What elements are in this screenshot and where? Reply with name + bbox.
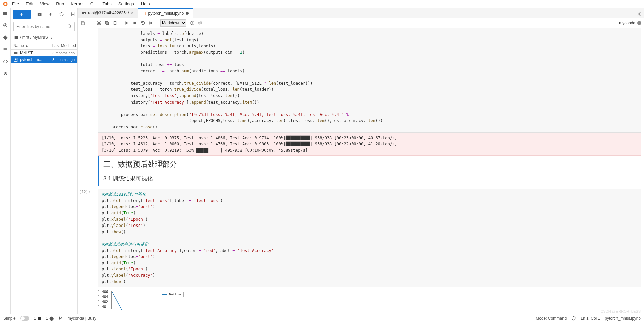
git-icon[interactable] [3, 35, 8, 40]
kernel-busy-icon [637, 21, 641, 25]
target-icon[interactable] [3, 23, 8, 28]
svg-rect-11 [105, 21, 108, 24]
filename-label: pytorch_mnist.ipynb [605, 316, 641, 321]
copy-icon[interactable] [105, 21, 109, 25]
paste-icon[interactable] [113, 21, 117, 25]
menu-kernel[interactable]: Kernel [71, 1, 84, 6]
folder-icon[interactable] [3, 11, 8, 16]
tab-terminal[interactable]: root@317a4b422635: / × [78, 8, 138, 18]
kernel-status: myconda | Busy [68, 316, 96, 321]
chart-legend: Test Loss [160, 292, 184, 297]
file-browser: + / mnt / MyMNIST / Name ▲ Last Modified… [11, 8, 78, 314]
plot-area: Test Loss [111, 291, 185, 309]
cell-prompt: [12]: [79, 189, 90, 195]
save-icon[interactable] [80, 21, 85, 25]
code-icon[interactable] [3, 59, 8, 64]
notebook-icon [13, 57, 18, 62]
svg-point-17 [639, 13, 640, 15]
file-list: MNIST 3 months ago pytorch_m... 3 months… [11, 50, 77, 314]
menu-view[interactable]: View [40, 1, 49, 6]
menu-edit[interactable]: Edit [26, 1, 33, 6]
terminal-icon [82, 11, 86, 15]
y-axis-ticks: 1.486 1.484 1.482 1.48 [98, 290, 108, 310]
mode-label: Mode: Command [536, 316, 567, 321]
menu-git[interactable]: Git [90, 1, 96, 6]
folder-icon [13, 51, 18, 55]
tab-bar: root@317a4b422635: / × pytorch_mnist.ipy… [78, 8, 644, 18]
svg-rect-10 [106, 22, 109, 24]
svg-rect-18 [38, 317, 41, 320]
menu-file[interactable]: File [12, 1, 19, 6]
jupyter-logo [3, 1, 8, 7]
gear-icon[interactable] [637, 11, 642, 17]
stop-icon[interactable] [132, 21, 137, 25]
celltype-select[interactable]: Markdown [160, 19, 186, 27]
svg-rect-5 [82, 12, 86, 14]
git-pull-icon[interactable] [70, 12, 75, 17]
file-row-notebook[interactable]: pytorch_m... 3 months ago [11, 56, 77, 63]
upload-icon[interactable] [48, 12, 53, 17]
watermark: CSDN @ERROR_LESS [601, 309, 641, 313]
menu-tabs[interactable]: Tabs [102, 1, 111, 6]
new-launcher-button[interactable]: + [13, 10, 31, 19]
svg-point-0 [3, 2, 7, 6]
chart-output: 1.486 1.484 1.482 1.48 Test Loss [98, 290, 641, 310]
notebook-body[interactable]: labels = labels.to(device) outputs = net… [78, 28, 644, 314]
breadcrumb[interactable]: / mnt / MyMNIST / [11, 33, 77, 42]
add-cell-icon[interactable] [89, 21, 93, 25]
code-cell-partial[interactable]: labels = labels.to(device) outputs = net… [98, 28, 641, 133]
refresh-icon[interactable] [59, 12, 64, 17]
svg-point-3 [68, 25, 71, 27]
svg-rect-6 [143, 12, 146, 15]
notebook-icon [142, 11, 146, 15]
list-icon[interactable] [3, 47, 8, 52]
markdown-cell[interactable]: 三、数据预后处理部分 3.1 训练结果可视化 [98, 156, 641, 186]
notebook-toolbar: Markdown git myconda [78, 18, 644, 28]
main-content: root@317a4b422635: / × pytorch_mnist.ipy… [78, 8, 644, 314]
file-row-folder[interactable]: MNIST 3 months ago [11, 50, 77, 56]
clock-icon[interactable] [190, 21, 195, 25]
run-icon[interactable] [124, 21, 129, 25]
cursor-position: Ln 1, Col 1 [581, 316, 600, 321]
extension-icon[interactable] [3, 71, 8, 76]
svg-rect-14 [134, 22, 136, 24]
menu-run[interactable]: Run [56, 1, 64, 6]
menu-bar: File Edit View Run Kernel Git Tabs Setti… [0, 0, 644, 8]
filter-input[interactable] [13, 22, 75, 31]
new-folder-icon[interactable] [37, 12, 42, 17]
cut-icon[interactable] [97, 21, 101, 25]
search-icon [67, 24, 72, 29]
folder-icon [14, 35, 19, 40]
svg-point-19 [59, 317, 60, 317]
svg-point-2 [5, 25, 6, 26]
tab-notebook[interactable]: pytorch_mnist.ipynb [138, 8, 193, 18]
file-list-header: Name ▲ Last Modified [11, 42, 77, 50]
menu-help[interactable]: Help [141, 1, 150, 6]
close-icon[interactable]: × [131, 10, 134, 15]
kernels-count[interactable]: 1 ⬤ [46, 316, 54, 321]
terminals-count[interactable]: 1 [34, 316, 41, 321]
kernel-indicator[interactable]: myconda [619, 21, 641, 25]
svg-line-16 [112, 291, 122, 310]
run-all-icon[interactable] [149, 21, 153, 25]
simple-label: Simple [3, 316, 16, 321]
svg-point-21 [61, 317, 62, 317]
simple-toggle[interactable] [20, 316, 29, 321]
unsaved-dot-icon [186, 12, 189, 15]
menu-settings[interactable]: Settings [118, 1, 134, 6]
cell-output: [1/10] Loss: 1.5223, Acc: 0.9375, Test L… [98, 133, 641, 156]
section-heading: 三、数据预后处理部分 [103, 159, 641, 169]
code-cell-12[interactable]: #对测试Loss进行可视化 plt.plot(history['Test Los… [98, 189, 641, 287]
subsection-heading: 3.1 训练结果可视化 [103, 175, 641, 182]
restart-icon[interactable] [141, 21, 145, 25]
status-bar: Simple 1 1 ⬤ myconda | Busy Mode: Comman… [0, 314, 644, 322]
activity-bar [0, 8, 11, 314]
git-label: git [198, 21, 202, 25]
shield-icon[interactable] [571, 316, 576, 321]
git-branch-icon[interactable] [58, 316, 63, 321]
svg-rect-7 [82, 21, 84, 22]
